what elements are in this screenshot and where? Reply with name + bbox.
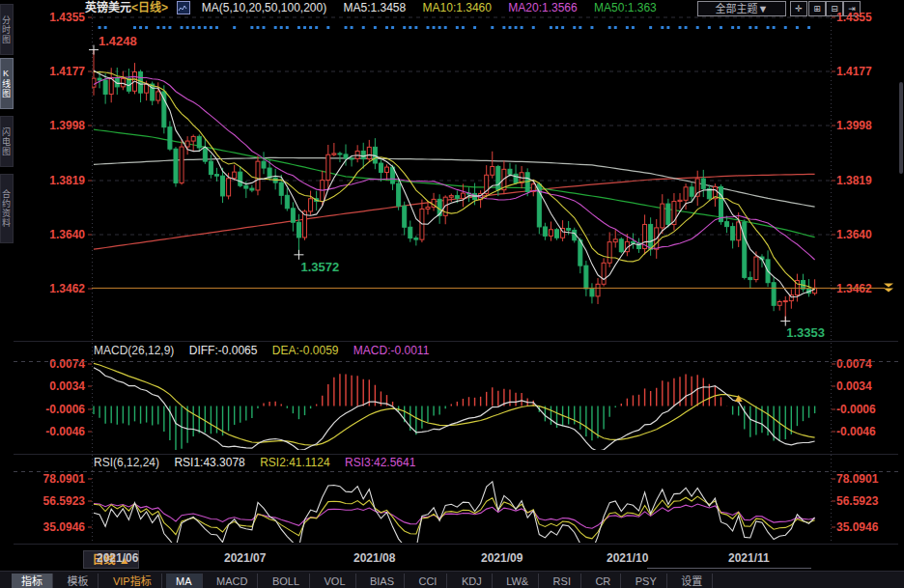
- time-axis-label: 2021/07: [224, 551, 266, 565]
- sidebar-item-kline-chart[interactable]: K线图: [0, 58, 14, 109]
- tab-psy[interactable]: PSY: [626, 574, 667, 588]
- sidebar-item-contract-info[interactable]: 合约资料: [0, 174, 14, 243]
- sidebar-item-flash-chart[interactable]: 闪电图: [0, 116, 14, 167]
- price-axis-label: 1.3819: [19, 175, 85, 186]
- ma-settings-label: MA(5,10,20,50,100,200): [202, 1, 326, 14]
- macd-axis-label: 0.0074: [836, 358, 900, 370]
- rsi-axis-label: 56.5923: [19, 495, 85, 507]
- rsi-axis-label: 78.0901: [19, 473, 85, 485]
- horizontal-scroll-indicator[interactable]: [647, 568, 811, 569]
- price-chart-canvas[interactable]: [0, 0, 904, 588]
- tab-vip-indicator[interactable]: VIP指标: [103, 574, 162, 588]
- price-axis-label: 1.3998: [836, 120, 900, 131]
- time-axis-label: 2021/08: [353, 551, 395, 565]
- tab-cci[interactable]: CCI: [409, 574, 447, 588]
- time-axis-label: 2021/06: [97, 551, 138, 565]
- ma50-value: MA50:1.363: [594, 1, 657, 14]
- tab-rsi[interactable]: RSI: [544, 574, 581, 588]
- time-axis-label: 2021/10: [607, 551, 648, 565]
- macd-value: MACD:-0.0011: [353, 344, 429, 357]
- trading-app-window: 分时图 K线图 闪电图 合约资料 英镑美元<日线> MA(5,10,20,50,…: [0, 0, 904, 588]
- tab-boll[interactable]: BOLL: [263, 574, 310, 588]
- sidebar-item-time-chart[interactable]: 分时图: [0, 4, 14, 55]
- period-tag: <日线>: [131, 1, 168, 14]
- mini-chart-icon[interactable]: [177, 1, 190, 14]
- macd-axis-label: -0.0006: [836, 404, 900, 415]
- split-pane-icon[interactable]: ⊞: [808, 1, 826, 16]
- tab-vol[interactable]: VOL: [314, 574, 355, 588]
- price-axis-label: 1.3819: [836, 175, 900, 186]
- price-axis-label: 1.4355: [836, 12, 900, 23]
- chart-header: 英镑美元<日线> MA(5,10,20,50,100,200) MA5:1.34…: [85, 0, 657, 15]
- macd-pane-header: MACD(26,12,9) DIFF:-0.0065 DEA:-0.0059 M…: [94, 344, 440, 357]
- tab-settings[interactable]: 设置: [671, 574, 713, 588]
- tab-indicator[interactable]: 指标: [12, 574, 53, 588]
- macd-title: MACD(26,12,9): [94, 344, 174, 357]
- time-axis-label: 2021/09: [481, 551, 523, 565]
- rsi-axis-label: 35.0946: [19, 521, 85, 533]
- annotation-high-price: 1.4248: [99, 34, 137, 48]
- price-axis-label: 1.3998: [19, 120, 85, 131]
- left-sidebar: 分时图 K线图 闪电图 合约资料: [0, 0, 14, 588]
- tab-ma[interactable]: MA: [166, 574, 203, 588]
- macd-axis-label: 0.0034: [836, 380, 900, 392]
- macd-axis-label: 0.0074: [19, 358, 85, 370]
- tab-macd[interactable]: MACD: [207, 574, 258, 588]
- price-axis-label: 1.3640: [19, 229, 85, 240]
- price-axis-label: 1.4177: [836, 66, 900, 77]
- symbol-name: 英镑美元: [85, 1, 131, 14]
- macd-diff-value: DIFF:-0.0065: [189, 344, 258, 357]
- rsi-pane-header: RSI(6,12,24) RSI1:43.3078 RSI2:41.1124 R…: [94, 456, 427, 469]
- rsi-axis-label: 78.0901: [836, 473, 900, 485]
- annotation-low-price: 1.3572: [300, 260, 339, 274]
- rsi-axis-label: 56.5923: [836, 495, 900, 507]
- price-axis-label: 1.4177: [19, 66, 85, 77]
- tab-kdj[interactable]: KDJ: [452, 574, 493, 588]
- tab-lwr[interactable]: LW&: [496, 574, 539, 588]
- macd-axis-label: 0.0034: [19, 380, 85, 392]
- tab-template[interactable]: 模板: [57, 574, 99, 588]
- rsi1-value: RSI1:43.3078: [174, 456, 244, 469]
- tab-bias[interactable]: BIAS: [360, 574, 405, 588]
- move-tool-icon[interactable]: ✛: [790, 1, 807, 16]
- time-axis-label: 2021/11: [728, 551, 770, 565]
- tab-cr[interactable]: CR: [585, 574, 621, 588]
- macd-dea-value: DEA:-0.0059: [272, 344, 339, 357]
- indicator-toolbar: 指标 模板 VIP指标 MA MACD BOLL VOL BIAS CCI KD…: [0, 571, 904, 588]
- annotation-low-price: 1.3353: [786, 325, 825, 340]
- ma20-value: MA20:1.3566: [508, 1, 577, 14]
- price-axis-label: 1.4355: [19, 12, 85, 23]
- rsi-title: RSI(6,12,24): [94, 456, 159, 469]
- price-axis-label: 1.3462: [836, 283, 900, 294]
- ma10-value: MA10:1.3460: [423, 1, 492, 14]
- price-axis-label: 1.3640: [836, 229, 900, 240]
- rsi-axis-label: 35.0946: [836, 521, 900, 533]
- rsi2-value: RSI2:41.1124: [260, 456, 330, 469]
- all-themes-dropdown[interactable]: 全部主题▼: [697, 1, 786, 16]
- vertical-scrollbar-thumb[interactable]: [899, 82, 903, 174]
- macd-axis-label: -0.0046: [19, 426, 85, 437]
- price-axis-label: 1.3462: [19, 283, 85, 294]
- macd-axis-label: -0.0046: [836, 426, 900, 437]
- macd-axis-label: -0.0006: [19, 404, 85, 415]
- ma5-value: MA5:1.3458: [344, 1, 407, 14]
- rsi3-value: RSI3:42.5641: [345, 456, 415, 469]
